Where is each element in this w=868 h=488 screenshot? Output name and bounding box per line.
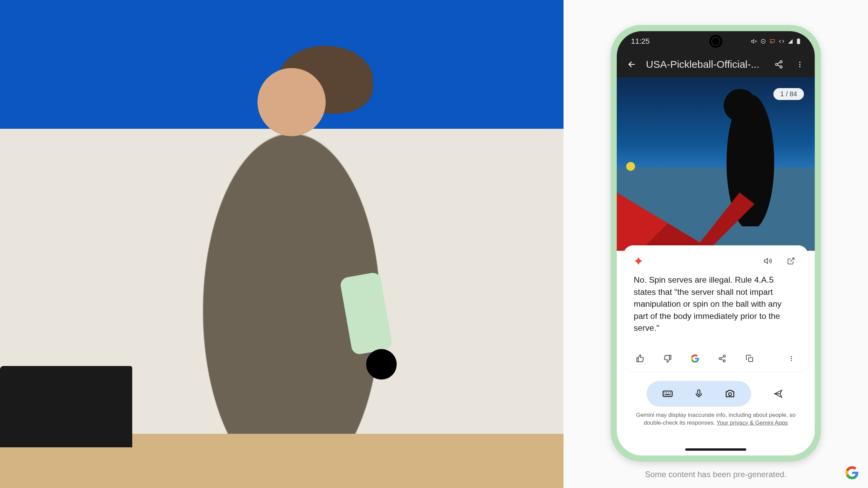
document-title: USA-Pickleball-Official-... — [646, 59, 765, 70]
signal-icon — [788, 39, 793, 44]
device-pane: 11:25 — [564, 0, 868, 488]
phone-frame: 11:25 — [611, 25, 821, 462]
response-overflow-button[interactable] — [785, 352, 798, 365]
laptop — [0, 366, 132, 447]
svg-point-7 — [799, 64, 801, 65]
svg-point-11 — [723, 360, 725, 362]
read-aloud-button[interactable] — [761, 254, 775, 268]
presenter-pane — [0, 0, 564, 488]
status-time: 11:25 — [631, 37, 650, 46]
google-search-button[interactable] — [688, 352, 702, 365]
document-preview[interactable]: 1 / 84 — [617, 77, 815, 251]
svg-rect-17 — [698, 390, 700, 394]
svg-rect-1 — [797, 39, 800, 44]
cast-icon — [769, 39, 775, 44]
mic-button[interactable] — [692, 387, 706, 401]
svg-point-15 — [791, 360, 792, 361]
google-logo-icon — [845, 466, 859, 480]
battery-icon — [796, 38, 801, 44]
svg-rect-16 — [663, 391, 672, 396]
send-button[interactable] — [771, 387, 785, 401]
preview-ball — [626, 162, 635, 171]
gemini-response-card: No. Spin serves are illegal. Rule 4.A.5 … — [624, 245, 808, 371]
svg-rect-2 — [798, 38, 799, 39]
dnd-icon — [761, 39, 766, 44]
status-icons — [751, 38, 801, 44]
input-row — [624, 381, 808, 407]
svg-point-10 — [719, 358, 721, 360]
response-text: No. Spin serves are illegal. Rule 4.A.5 … — [634, 274, 798, 334]
camera-button[interactable] — [723, 387, 737, 401]
response-actions — [634, 352, 798, 365]
gemini-icon — [634, 256, 643, 266]
privacy-link[interactable]: Your privacy & Gemini Apps — [717, 420, 788, 426]
svg-point-4 — [775, 63, 778, 66]
svg-point-9 — [723, 355, 725, 357]
thumbs-up-button[interactable] — [634, 352, 647, 365]
presenter-watch — [366, 349, 397, 380]
back-button[interactable] — [625, 58, 638, 71]
dev-icon — [779, 39, 784, 44]
svg-point-3 — [780, 61, 782, 63]
svg-point-13 — [791, 356, 792, 357]
svg-point-14 — [791, 358, 792, 359]
share-button[interactable] — [772, 58, 786, 71]
svg-point-5 — [780, 66, 782, 68]
app-bar: USA-Pickleball-Official-... — [617, 52, 815, 77]
status-bar: 11:25 — [617, 31, 815, 52]
phone-screen: 11:25 — [617, 31, 815, 455]
copy-button[interactable] — [743, 352, 756, 365]
caption: Some content has been pre-generated. — [645, 470, 787, 479]
share-response-button[interactable] — [716, 352, 729, 365]
svg-point-6 — [799, 62, 801, 63]
svg-point-8 — [799, 66, 801, 67]
mute-icon — [751, 38, 757, 44]
nav-handle[interactable] — [685, 448, 746, 451]
page-indicator: 1 / 84 — [773, 88, 804, 100]
disclaimer: Gemini may display inaccurate info, incl… — [632, 411, 800, 427]
input-mode-pill — [647, 381, 751, 407]
overflow-button[interactable] — [793, 58, 807, 71]
front-camera — [712, 38, 719, 45]
svg-rect-12 — [749, 358, 753, 362]
keyboard-button[interactable] — [661, 387, 674, 401]
open-external-button[interactable] — [784, 254, 798, 268]
thumbs-down-button[interactable] — [661, 352, 674, 365]
svg-point-18 — [729, 392, 732, 395]
